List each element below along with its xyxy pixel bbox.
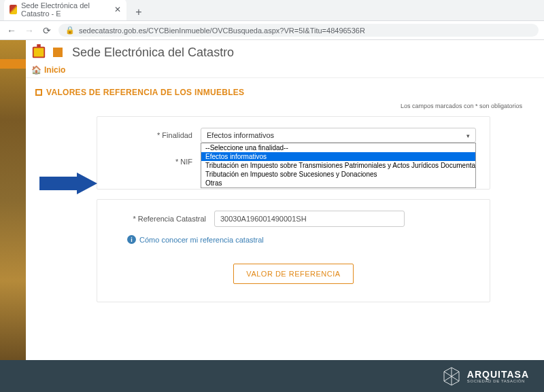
mandatory-note: Los campos marcados con * son obligatori… xyxy=(35,103,522,109)
site-header: Sede Electrónica del Catastro xyxy=(0,40,544,63)
address-bar: ← → ⟳ 🔒 sedecatastro.gob.es/CYCBienInmue… xyxy=(0,20,544,39)
lock-icon: 🔒 xyxy=(65,26,75,35)
page-body: Sede Electrónica del Catastro 🏠 Inicio V… xyxy=(0,40,544,361)
finalidad-option-placeholder[interactable]: --Seleccione una finalidad-- xyxy=(201,143,475,152)
referencia-label: * Referencia Catastral xyxy=(111,215,206,223)
forward-icon[interactable]: → xyxy=(23,24,35,37)
finalidad-select-box[interactable]: Efectos informativos ▾ xyxy=(201,128,476,143)
action-row: VALOR DE REFERENCIA xyxy=(111,264,476,284)
tab-title: Sede Electrónica del Catastro - E xyxy=(21,1,107,18)
section-heading: VALORES DE REFERENCIA DE LOS INMUEBLES xyxy=(35,88,528,97)
footer-logo-icon xyxy=(443,366,460,387)
finalidad-option-4[interactable]: Otras xyxy=(201,179,475,188)
breadcrumb: 🏠 Inicio xyxy=(0,63,544,78)
nif-label: * NIF xyxy=(111,158,192,166)
footer-watermark: ARQUITASA SOCIEDAD DE TASACIÓN xyxy=(0,360,544,392)
browser-chrome: Sede Electrónica del Catastro - E ✕ + ← … xyxy=(0,0,544,40)
info-icon: i xyxy=(127,235,136,244)
form-panel-finalidad: * Finalidad Efectos informativos ▾ --Sel… xyxy=(97,116,490,190)
form-panel-referencia: * Referencia Catastral i Cómo conocer mi… xyxy=(97,199,490,302)
home-label: Inicio xyxy=(44,65,65,75)
referencia-input[interactable] xyxy=(214,211,405,227)
decorative-sidebar xyxy=(0,40,26,361)
submit-button[interactable]: VALOR DE REFERENCIA xyxy=(233,264,353,284)
new-tab-button[interactable]: + xyxy=(131,4,147,20)
close-icon[interactable]: ✕ xyxy=(114,5,121,14)
browser-tab[interactable]: Sede Electrónica del Catastro - E ✕ xyxy=(4,0,126,20)
finalidad-option-2[interactable]: Tributación en Impuesto sobre Transmisio… xyxy=(201,161,475,170)
info-link-text: Cómo conocer mi referencia catastral xyxy=(139,236,264,244)
info-link[interactable]: i Cómo conocer mi referencia catastral xyxy=(127,235,264,244)
url-input[interactable]: 🔒 sedecatastro.gob.es/CYCBienInmueble/OV… xyxy=(58,24,539,37)
chevron-down-icon: ▾ xyxy=(466,132,470,139)
tab-bar: Sede Electrónica del Catastro - E ✕ + xyxy=(0,0,544,20)
finalidad-label: * Finalidad xyxy=(111,131,192,139)
decorative-orange-bar xyxy=(0,59,26,69)
svg-rect-2 xyxy=(37,44,41,48)
home-link[interactable]: 🏠 Inicio xyxy=(31,65,65,75)
logo-square-icon xyxy=(53,48,63,57)
section-title-text: VALORES DE REFERENCIA DE LOS INMUEBLES xyxy=(46,88,244,97)
annotation-arrow-icon xyxy=(39,173,97,194)
row-referencia: * Referencia Catastral xyxy=(111,211,476,227)
bullet-icon xyxy=(35,89,42,96)
finalidad-select[interactable]: Efectos informativos ▾ --Seleccione una … xyxy=(201,128,476,143)
row-finalidad: * Finalidad Efectos informativos ▾ --Sel… xyxy=(111,128,476,143)
svg-marker-3 xyxy=(39,173,97,194)
home-icon: 🏠 xyxy=(31,65,41,75)
finalidad-selected: Efectos informativos xyxy=(207,131,274,139)
url-text: sedecatastro.gob.es/CYCBienInmueble/OVCB… xyxy=(79,26,365,35)
main-content: VALORES DE REFERENCIA DE LOS INMUEBLES L… xyxy=(31,78,544,302)
finalidad-option-1[interactable]: Efectos informativos xyxy=(201,152,475,161)
reload-icon[interactable]: ⟳ xyxy=(41,24,53,37)
back-icon[interactable]: ← xyxy=(5,24,18,37)
site-title: Sede Electrónica del Catastro xyxy=(72,46,234,60)
footer-tagline: SOCIEDAD DE TASACIÓN xyxy=(467,379,529,383)
footer-text-block: ARQUITASA SOCIEDAD DE TASACIÓN xyxy=(467,370,529,383)
finalidad-option-3[interactable]: Tributación en Impuesto sobre Sucesiones… xyxy=(201,170,475,179)
footer-brand: ARQUITASA xyxy=(467,370,529,379)
tab-favicon-icon xyxy=(10,5,17,14)
crest-icon xyxy=(31,44,46,60)
svg-rect-1 xyxy=(34,48,44,57)
finalidad-dropdown: --Seleccione una finalidad-- Efectos inf… xyxy=(201,143,476,188)
